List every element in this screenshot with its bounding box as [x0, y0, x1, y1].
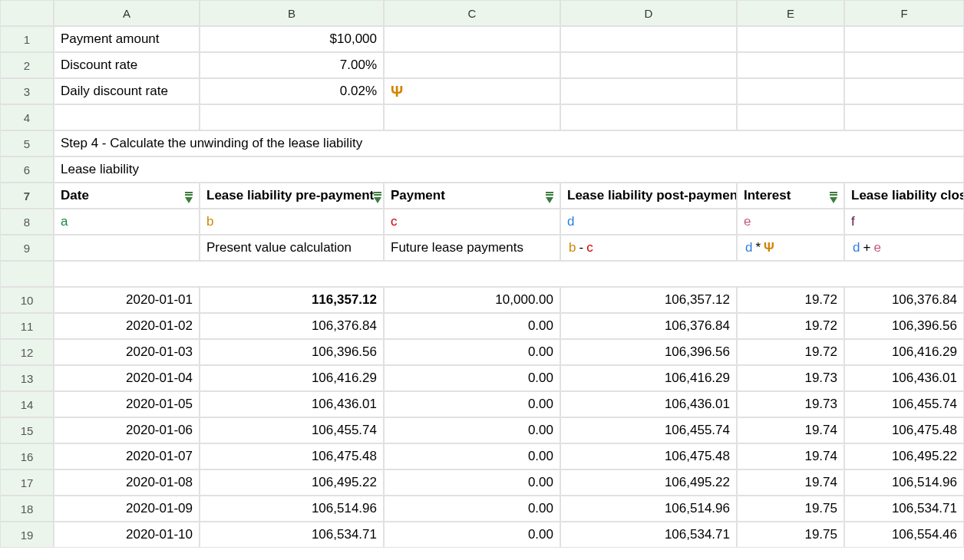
- cell-post[interactable]: 106,396.56: [560, 339, 737, 365]
- row-header-2[interactable]: 2: [0, 52, 54, 78]
- cell-interest[interactable]: 19.74: [737, 469, 844, 496]
- cell-date[interactable]: 2020-01-02: [54, 313, 200, 339]
- cell-payment[interactable]: 0.00: [384, 313, 560, 339]
- cell-closing[interactable]: 106,475.48: [844, 417, 964, 443]
- cell-C3[interactable]: Ψ: [384, 78, 560, 104]
- cell-post[interactable]: 106,455.74: [560, 417, 737, 443]
- row-header-16[interactable]: 16: [0, 443, 54, 469]
- cell-date[interactable]: 2020-01-08: [54, 469, 200, 496]
- cell-A2[interactable]: Discount rate: [54, 52, 200, 78]
- cell-closing[interactable]: 106,376.84: [844, 287, 964, 313]
- legend-a[interactable]: [54, 235, 200, 261]
- cell-interest[interactable]: 19.75: [737, 522, 844, 548]
- cell-payment[interactable]: 0.00: [384, 365, 560, 391]
- cell-interest[interactable]: 19.74: [737, 443, 844, 469]
- cell-A4[interactable]: [54, 104, 200, 130]
- cell-payment[interactable]: 0.00: [384, 522, 560, 548]
- cell-pre[interactable]: 106,436.01: [200, 391, 384, 417]
- step4-banner[interactable]: Step 4 - Calculate the unwinding of the …: [54, 130, 964, 156]
- cell-E2[interactable]: [737, 52, 844, 78]
- cell-closing[interactable]: 106,534.71: [844, 496, 964, 522]
- cell-closing[interactable]: 106,416.29: [844, 339, 964, 365]
- cell-post[interactable]: 106,376.84: [560, 313, 737, 339]
- cell-pre[interactable]: 106,416.29: [200, 365, 384, 391]
- row-header-17[interactable]: 17: [0, 469, 54, 496]
- code-e[interactable]: e: [737, 209, 844, 235]
- col-header-F[interactable]: F: [844, 0, 964, 26]
- cell-post[interactable]: 106,436.01: [560, 391, 737, 417]
- cell-B2[interactable]: 7.00%: [200, 52, 384, 78]
- cell-B1[interactable]: $10,000: [200, 26, 384, 52]
- cell-post[interactable]: 106,534.71: [560, 522, 737, 548]
- cell-F1[interactable]: [844, 26, 964, 52]
- cell-pre[interactable]: 106,495.22: [200, 469, 384, 496]
- cell-payment[interactable]: 0.00: [384, 469, 560, 496]
- cell-A3[interactable]: Daily discount rate: [54, 78, 200, 104]
- code-b[interactable]: b: [200, 209, 384, 235]
- cell-E4[interactable]: [737, 104, 844, 130]
- cell-post[interactable]: 106,514.96: [560, 496, 737, 522]
- col-header-A[interactable]: A: [54, 0, 200, 26]
- cell-F4[interactable]: [844, 104, 964, 130]
- cell-pre[interactable]: 106,455.74: [200, 417, 384, 443]
- header-interest[interactable]: Interest: [737, 183, 844, 209]
- filter-icon[interactable]: [546, 197, 553, 203]
- cell-pre[interactable]: 106,514.96: [200, 496, 384, 522]
- cell-date[interactable]: 2020-01-05: [54, 391, 200, 417]
- cell-D4[interactable]: [560, 104, 737, 130]
- col-header-C[interactable]: C: [384, 0, 560, 26]
- cell-closing[interactable]: 106,396.56: [844, 313, 964, 339]
- cell-post[interactable]: 106,495.22: [560, 469, 737, 496]
- cell-D3[interactable]: [560, 78, 737, 104]
- cell-A1[interactable]: Payment amount: [54, 26, 200, 52]
- col-header-D[interactable]: D: [560, 0, 737, 26]
- header-pre[interactable]: Lease liability pre-payment: [200, 183, 384, 209]
- cell-payment[interactable]: 0.00: [384, 339, 560, 365]
- corner-cell[interactable]: [0, 0, 54, 26]
- cell-payment[interactable]: 0.00: [384, 496, 560, 522]
- cell-F3[interactable]: [844, 78, 964, 104]
- cell-payment[interactable]: 0.00: [384, 391, 560, 417]
- cell-date[interactable]: 2020-01-01: [54, 287, 200, 313]
- filter-icon[interactable]: [830, 197, 837, 203]
- row-header-10[interactable]: 10: [0, 287, 54, 313]
- row-header-3[interactable]: 3: [0, 78, 54, 104]
- filter-icon[interactable]: [185, 197, 193, 203]
- cell-B4[interactable]: [200, 104, 384, 130]
- header-payment[interactable]: Payment: [384, 183, 560, 209]
- cell-interest[interactable]: 19.73: [737, 391, 844, 417]
- cell-post[interactable]: 106,357.12: [560, 287, 737, 313]
- code-f[interactable]: f: [844, 209, 964, 235]
- row-header-15[interactable]: 15: [0, 417, 54, 443]
- cell-E3[interactable]: [737, 78, 844, 104]
- cell-interest[interactable]: 19.72: [737, 339, 844, 365]
- cell-date[interactable]: 2020-01-06: [54, 417, 200, 443]
- cell-payment[interactable]: 0.00: [384, 417, 560, 443]
- header-date[interactable]: Date: [54, 183, 200, 209]
- cell-closing[interactable]: 106,436.01: [844, 365, 964, 391]
- cell-closing[interactable]: 106,495.22: [844, 443, 964, 469]
- cell-B3[interactable]: 0.02%: [200, 78, 384, 104]
- legend-d[interactable]: b - c: [560, 235, 737, 261]
- cell-date[interactable]: 2020-01-03: [54, 339, 200, 365]
- row-header-13[interactable]: 13: [0, 365, 54, 391]
- row-header-1[interactable]: 1: [0, 26, 54, 52]
- cell-interest[interactable]: 19.75: [737, 496, 844, 522]
- cell-D1[interactable]: [560, 26, 737, 52]
- row-header-11[interactable]: 11: [0, 313, 54, 339]
- lease-liability-banner[interactable]: Lease liability: [54, 156, 964, 183]
- col-header-B[interactable]: B: [200, 0, 384, 26]
- cell-interest[interactable]: 19.72: [737, 287, 844, 313]
- cell-interest[interactable]: 19.74: [737, 417, 844, 443]
- cell-closing[interactable]: 106,514.96: [844, 469, 964, 496]
- legend-e[interactable]: d * Ψ: [737, 235, 844, 261]
- cell-pre[interactable]: 106,376.84: [200, 313, 384, 339]
- header-closing[interactable]: Lease liability closing: [844, 183, 964, 209]
- code-a[interactable]: a: [54, 209, 200, 235]
- cell-post[interactable]: 106,475.48: [560, 443, 737, 469]
- cell-payment[interactable]: 10,000.00: [384, 287, 560, 313]
- row-header-4[interactable]: 4: [0, 104, 54, 130]
- cell-pre[interactable]: 106,396.56: [200, 339, 384, 365]
- row-header-9[interactable]: 9: [0, 235, 54, 261]
- filter-icon[interactable]: [374, 197, 381, 203]
